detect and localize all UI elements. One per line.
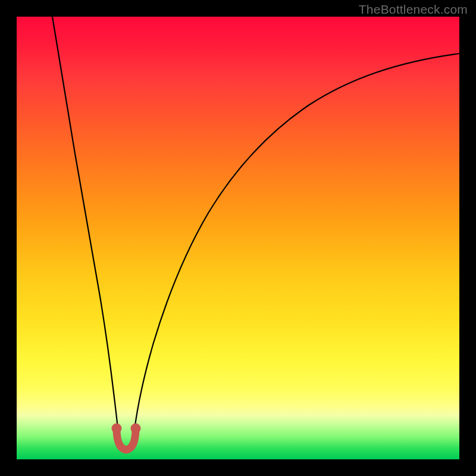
trough-right-dot [131,424,141,434]
curve-right-branch [134,54,459,430]
outer-frame: TheBottleneck.com [0,0,476,476]
plot-area [17,17,459,459]
curve-left-branch [52,17,118,430]
watermark-text: TheBottleneck.com [359,2,468,17]
trough-left-dot [112,424,122,434]
curve-layer [17,17,459,459]
